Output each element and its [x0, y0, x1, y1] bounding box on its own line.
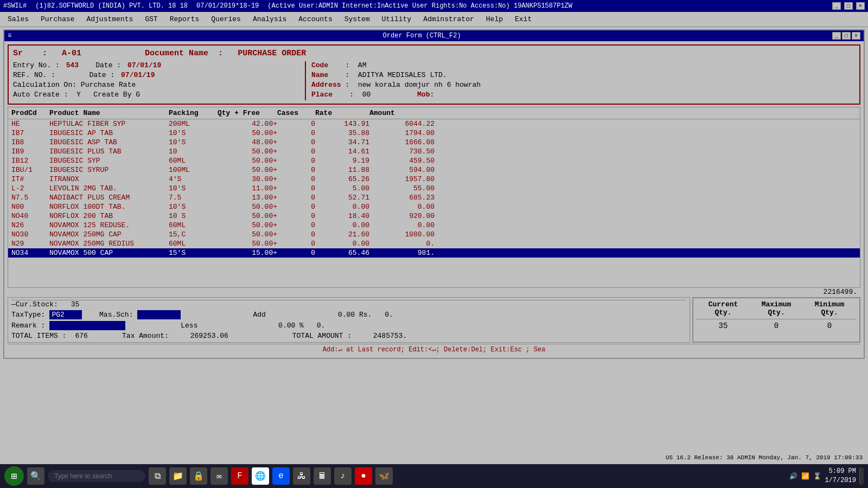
os-info: US 16.2 Release: 38 ADMIN Monday, Jan. 7… [666, 454, 863, 461]
start-button[interactable]: ⊞ [4, 466, 24, 486]
table-row[interactable]: NO30 NOVAMOX 250MG CAP 15,C 50.00+ 0 21.… [8, 230, 860, 239]
cell-packing: 10 [169, 147, 218, 156]
cell-rate: 35.88 [315, 129, 369, 137]
entry-label: Entry No. : [13, 61, 60, 69]
user-info: (Active User:ADMIN Internet:InActive Use… [267, 2, 572, 10]
ref-date-label: Date : [89, 71, 114, 79]
menu-adminstrator[interactable]: Adminstrator [418, 14, 480, 24]
taskbar-icon-shield[interactable]: 🔒 [190, 467, 207, 485]
total-items-label: TOTAL ITEMS : [11, 332, 66, 340]
sub-window-controls: _ □ × [832, 32, 860, 40]
taskbar-icon-taskview[interactable]: ⧉ [149, 467, 166, 485]
table-row[interactable]: HE HEPTULAC FIBER SYP 200ML 42.00+ 0 143… [8, 119, 860, 129]
menu-queries[interactable]: Queries [206, 14, 246, 24]
create-by-value: G [136, 91, 140, 99]
stock-row: —Cur.Stock: 35 [11, 300, 686, 309]
taskbar-icon-media[interactable]: ♪ [334, 467, 352, 485]
bottom-left-panel: —Cur.Stock: 35 TaxType: PG2 Mas.Sch: Add [8, 297, 690, 343]
menu-adjustments[interactable]: Adjustments [81, 14, 138, 24]
taskbar-icon-chrome[interactable]: 🌐 [252, 467, 269, 485]
entry-value: 543 [66, 61, 79, 69]
maximize-button[interactable]: □ [844, 2, 853, 10]
table-header-row: ProdCd Product Name Packing Qty + Free C… [8, 107, 860, 119]
table-row[interactable]: IB9 IBUGESIC PLUS TAB 10 50.00+ 0 14.61 … [8, 147, 860, 156]
cell-packing: 7.5 [169, 194, 218, 202]
menu-gst[interactable]: GST [139, 14, 163, 24]
taskbar-icon-mail[interactable]: ✉ [210, 467, 228, 485]
taskbar-search-input[interactable] [48, 470, 145, 482]
taskbar-icon-calc[interactable]: 🖩 [314, 467, 331, 485]
table-row[interactable]: IB7 IBUGESIC AP TAB 10'S 50.00+ 0 35.88 … [8, 129, 860, 138]
cell-packing: 10'S [169, 138, 218, 146]
table-row[interactable]: N00 NORFLOX 100DT TAB. 10'S 50.00+ 0 0.0… [8, 202, 860, 211]
cell-packing: 10'S [169, 184, 218, 192]
menu-sales[interactable]: Sales [2, 14, 34, 24]
cell-rate: 14.61 [315, 147, 369, 156]
menu-accounts[interactable]: Accounts [293, 14, 337, 24]
close-button[interactable]: × [856, 2, 865, 10]
menu-reports[interactable]: Reports [164, 14, 205, 24]
minimum-qty-label: MinimumQty. [803, 300, 856, 317]
code-row: Code : AM [311, 61, 855, 69]
cell-qty: 50.00+ [218, 240, 277, 248]
entry-row: Entry No. : 543 Date : 07/01/19 [13, 61, 299, 69]
table-row[interactable]: IT# ITRANOX 4'S 30.00+ 0 65.26 1957.80 [8, 175, 860, 184]
table-row[interactable]: N26 NOVAMOX 125 REDUSE. 60ML 50.00+ 0 0.… [8, 221, 860, 230]
clock-date: 1/7/2019 [825, 476, 856, 485]
taxtype-value[interactable]: PG2 [49, 310, 82, 319]
cell-code: IT# [11, 175, 49, 183]
menu-help[interactable]: Help [481, 14, 508, 24]
sub-maximize-button[interactable]: □ [842, 32, 851, 40]
table-row[interactable]: NO40 NORFLOX 200 TAB 10 S 50.00+ 0 18.40… [8, 211, 860, 221]
cell-packing: 4'S [169, 175, 218, 183]
taskbar-icon-red[interactable]: ● [355, 467, 372, 485]
menu-utility[interactable]: Utility [376, 14, 417, 24]
cell-packing: 15,C [169, 230, 218, 239]
table-row[interactable]: NO34 NOVAMOX 500 CAP 15'S 15.00+ 0 65.46… [8, 248, 860, 258]
taskbar-icon-network[interactable]: 🖧 [293, 467, 310, 485]
taskbar-icon-filezilla[interactable]: F [231, 467, 248, 485]
sub-minimize-button[interactable]: _ [832, 32, 841, 40]
cell-rate: 0.00 [315, 203, 369, 211]
menu-system[interactable]: System [339, 14, 375, 24]
cell-name: NOVAMOX 250MG CAP [49, 230, 169, 239]
cur-stock-label: —Cur.Stock: [11, 300, 58, 309]
cell-qty: 50.00+ [218, 157, 277, 165]
menu-analysis[interactable]: Analysis [247, 14, 292, 24]
sub-close-button[interactable]: × [852, 32, 860, 40]
menu-purchase[interactable]: Purchase [35, 14, 80, 24]
search-taskbar-icon[interactable]: 🔍 [27, 467, 44, 485]
col-header-rate: Rate [315, 109, 369, 117]
header-columns: Entry No. : 543 Date : 07/01/19 REF. NO.… [13, 61, 855, 100]
side-panel-values: 35 0 0 [697, 322, 856, 330]
cell-name: NOVAMOX 125 REDUSE. [49, 221, 169, 229]
sr-label: Sr [13, 49, 23, 58]
taskbar-icon-edge[interactable]: e [272, 467, 290, 485]
taskbar-icon-explorer[interactable]: 📁 [169, 467, 187, 485]
table-row[interactable]: IB12 IBUGESIC SYP 60ML 50.00+ 0 9.19 459… [8, 156, 860, 165]
table-row[interactable]: N29 NOVAMOX 250MG REDIUS 60ML 50.00+ 0 0… [8, 239, 860, 248]
cell-qty: 13.00+ [218, 194, 277, 202]
cell-packing: 15'S [169, 249, 218, 257]
show-desktop-button[interactable] [859, 467, 864, 485]
cell-code: IBU/1 [11, 166, 49, 174]
header-left-col: Entry No. : 543 Date : 07/01/19 REF. NO.… [13, 61, 306, 100]
remark-value[interactable] [49, 321, 125, 330]
menu-exit[interactable]: Exit [509, 14, 537, 24]
table-row[interactable]: IBU/1 IBUGESIC SYRUP 100ML 50.00+ 0 11.8… [8, 165, 860, 175]
less-label: Less [181, 322, 197, 330]
table-row[interactable]: N7.5 NADIBACT PLUS CREAM 7.5 13.00+ 0 52… [8, 193, 860, 202]
cell-cases: 0 [277, 249, 315, 257]
minimize-button[interactable]: _ [832, 2, 841, 10]
table-row[interactable]: L-2 LEVOLIN 2MG TAB. 10'S 11.00+ 0 5.00 … [8, 184, 860, 193]
table-row[interactable]: IB8 IBUGESIC ASP TAB 10'S 48.00+ 0 34.71… [8, 138, 860, 147]
subtotal-row: 2216499. [8, 288, 860, 296]
total-amount-label: TOTAL AMOUNT : [292, 332, 352, 340]
doc-label: Document Name [145, 49, 208, 58]
date-label: Date : [95, 61, 121, 69]
side-panel: CurrentQty. MaximumQty. MinimumQty. 35 0… [692, 297, 860, 343]
tax-amount-value: 269253.06 [190, 332, 228, 340]
header-section: Sr : A-01 Document Name : PURCHASE ORDER… [8, 44, 860, 105]
massch-value[interactable] [137, 310, 181, 319]
taskbar-icon-butterfly[interactable]: 🦋 [375, 467, 393, 485]
